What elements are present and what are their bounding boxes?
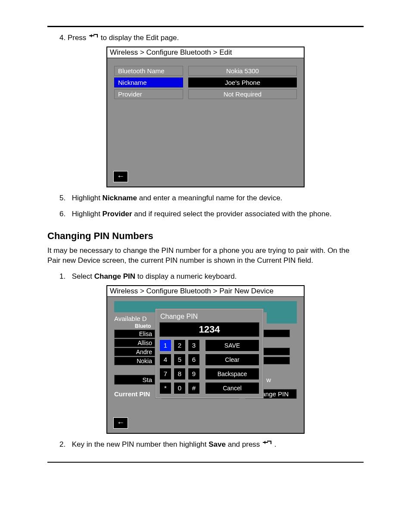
label-bluetooth-name: Bluetooth Name [114, 66, 183, 76]
key-star[interactable]: * [159, 382, 171, 394]
key-8[interactable]: 8 [174, 368, 186, 380]
document-page: 4. Press to display the Edit page. Wirel… [0, 0, 411, 488]
key-hash[interactable]: # [188, 382, 200, 394]
screenshot-pair: Wireless > Configure Bluetooth > Pair Ne… [106, 285, 305, 434]
row-bluetooth-name[interactable]: Bluetooth Name Nokia 5300 [114, 66, 297, 76]
pin-step-1: 1. Select Change PIN to display a numeri… [59, 272, 364, 282]
pin-label: Current PIN [114, 390, 156, 398]
value-provider: Not Required [188, 89, 297, 99]
key-3[interactable]: 3 [188, 339, 200, 352]
w-tail: w [266, 376, 271, 383]
modal-title: Change PIN [160, 313, 259, 320]
step-5: 5. Highlight Nickname and enter a meanin… [59, 193, 364, 203]
start-button[interactable]: Sta [114, 375, 155, 385]
step-4-a: 4. Press [59, 34, 88, 42]
key-6[interactable]: 6 [188, 354, 200, 366]
back-button-2[interactable]: ← [113, 417, 128, 429]
key-2[interactable]: 2 [174, 339, 186, 352]
device-0[interactable]: Elisa [114, 330, 155, 338]
enter-icon [89, 34, 98, 40]
row-provider[interactable]: Provider Not Required [114, 89, 297, 99]
step-4: 4. Press to display the Edit page. [59, 33, 364, 43]
device-extra-1 [263, 348, 290, 355]
label-provider: Provider [114, 89, 183, 99]
keypad-left: 1 2 3 4 5 6 7 8 9 * 0 # [159, 339, 200, 394]
value-nickname: Joe's Phone [188, 78, 297, 87]
key-4[interactable]: 4 [159, 354, 171, 366]
breadcrumb: Wireless > Configure Bluetooth > Edit [107, 47, 304, 58]
back-button[interactable]: ← [113, 171, 128, 182]
post-step-2: 2. Key in the new PIN number then highli… [59, 440, 364, 450]
screenshot-edit: Wireless > Configure Bluetooth > Edit Bl… [106, 47, 305, 187]
save-button[interactable]: SAVE [205, 339, 259, 352]
clear-button[interactable]: Clear [205, 354, 259, 366]
keypad-right: SAVE Clear Backspace Cancel [205, 339, 259, 394]
backspace-button[interactable]: Backspace [205, 368, 259, 380]
breadcrumb-2: Wireless > Configure Bluetooth > Pair Ne… [107, 286, 304, 297]
modal-display: 1234 [159, 322, 259, 337]
device-3[interactable]: Nokia [114, 357, 155, 365]
device-extra-0 [263, 330, 290, 337]
enter-icon-2 [263, 441, 271, 447]
teal-right [267, 312, 297, 324]
step-6: 6. Highlight Provider and if required se… [59, 209, 364, 219]
key-1[interactable]: 1 [159, 339, 171, 352]
section-intro: It may be necessary to change the PIN nu… [47, 246, 364, 266]
top-rule [47, 26, 364, 27]
device-1[interactable]: Alliso [114, 339, 155, 347]
key-5[interactable]: 5 [174, 354, 186, 366]
value-bluetooth-name: Nokia 5300 [188, 66, 297, 76]
key-9[interactable]: 9 [188, 368, 200, 380]
device-extra-2 [263, 357, 290, 364]
row-nickname[interactable]: Nickname Joe's Phone [114, 78, 297, 87]
device-2[interactable]: Andre [114, 348, 155, 356]
keypad-modal: Change PIN 1234 1 2 3 4 5 6 7 8 9 * 0 [156, 309, 263, 398]
label-nickname: Nickname [114, 78, 183, 87]
bottom-rule [47, 462, 364, 463]
cancel-button[interactable]: Cancel [205, 382, 259, 394]
key-7[interactable]: 7 [159, 368, 171, 380]
section-heading: Changing PIN Numbers [47, 230, 364, 242]
step-4-b: to display the Edit page. [101, 34, 179, 42]
key-0[interactable]: 0 [174, 382, 186, 394]
